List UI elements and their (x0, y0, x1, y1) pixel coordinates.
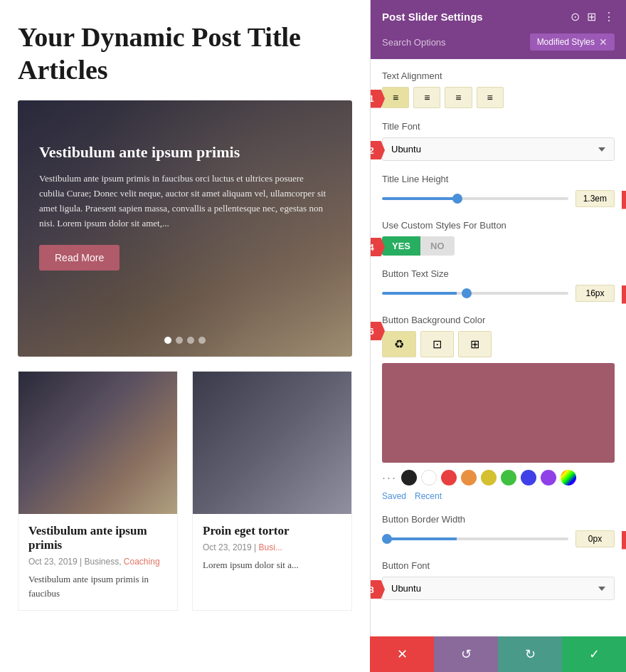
color-palette: ··· (382, 470, 615, 485)
settings-panel: Post Slider Settings ⊙ ⊞ ⋮ Search Option… (370, 0, 626, 672)
page-title: Your Dynamic Post Title Articles (18, 21, 352, 86)
badge-5: 5 (622, 285, 626, 304)
color-type-options: ♻ ⊡ ⊞ (382, 331, 615, 357)
panel-header-icons: ⊙ ⊞ ⋮ (571, 10, 615, 23)
title-font-label: Title Font (382, 121, 615, 132)
text-alignment-label: Text Alignment (382, 70, 615, 81)
color-swatch[interactable] (382, 363, 615, 463)
palette-white[interactable] (421, 470, 437, 485)
card-2-title: Proin eget tortor (203, 524, 341, 538)
modified-styles-badge: Modified Styles ✕ (530, 33, 615, 51)
read-more-button[interactable]: Read More (39, 245, 120, 271)
card-2-body: Proin eget tortor Oct 23, 2019 | Busi...… (193, 514, 351, 582)
button-border-width-value: 0px (575, 530, 615, 547)
slide-title: Vestibulum ante ipsum primis (39, 143, 331, 162)
toggle-no-button[interactable]: NO (420, 236, 455, 256)
button-text-size-slider-row: 16px (382, 285, 615, 302)
button-border-width-slider[interactable] (382, 537, 568, 540)
button-text-size-value: 16px (575, 285, 615, 302)
palette-green[interactable] (501, 470, 516, 485)
title-font-group: 2 Title Font Ubuntu Arial Georgia Helvet… (382, 121, 615, 161)
card-1-image (18, 372, 177, 514)
toggle-yes-button[interactable]: YES (382, 236, 420, 256)
alignment-options: ≡ ≡ ≡ ≡ (382, 87, 615, 108)
left-content: Your Dynamic Post Title Articles Vestibu… (0, 0, 370, 672)
button-text-size-group: 5 Button Text Size 16px (382, 268, 615, 302)
palette-purple[interactable] (541, 470, 556, 485)
card-1-text: Vestibulum ante ipsum primis in faucibus (28, 572, 167, 600)
columns-icon[interactable]: ⊞ (587, 10, 596, 23)
card-2-image (193, 372, 351, 514)
align-justify-button[interactable]: ≡ (477, 87, 504, 108)
card-2-meta: Oct 23, 2019 | Busi... (203, 542, 341, 552)
solid-color-button[interactable]: ♻ (382, 331, 416, 357)
clear-modified-styles-button[interactable]: ✕ (599, 36, 608, 48)
saved-tab[interactable]: Saved (382, 491, 406, 501)
custom-styles-toggle: YES NO (382, 236, 615, 256)
panel-title: Post Slider Settings (382, 11, 483, 23)
cards-row: Vestibulum ante ipsum primis Oct 23, 201… (0, 371, 370, 611)
recent-tab[interactable]: Recent (415, 491, 442, 501)
slider-content: Vestibulum ante ipsum primis Vestibulum … (18, 100, 352, 285)
custom-styles-group: 4 Use Custom Styles For Button YES NO (382, 220, 615, 256)
image-color-button[interactable]: ⊞ (458, 331, 492, 357)
title-font-select[interactable]: Ubuntu Arial Georgia Helvetica Roboto (382, 137, 615, 161)
main-slider: Vestibulum ante ipsum primis Vestibulum … (18, 100, 352, 357)
button-text-size-slider[interactable] (382, 292, 568, 295)
badge-7: 7 (622, 531, 626, 550)
panel-body: 1 Text Alignment ≡ ≡ ≡ ≡ 2 Title Font Ub… (371, 59, 626, 661)
align-right-button[interactable]: ≡ (445, 87, 472, 108)
slider-dots (164, 337, 206, 344)
close-button[interactable]: ✕ (370, 636, 434, 672)
settings-icon[interactable]: ⊙ (571, 10, 580, 23)
card-1-tag[interactable]: Coaching (124, 557, 160, 567)
badge-3: 3 (622, 191, 626, 209)
button-font-label: Button Font (382, 560, 615, 571)
palette-yellow[interactable] (481, 470, 497, 485)
modified-styles-label: Modified Styles (537, 37, 595, 47)
dot-1[interactable] (164, 337, 171, 344)
palette-custom[interactable] (561, 470, 576, 485)
button-border-width-group: 7 Button Border Width 0px (382, 514, 615, 547)
title-line-height-label: Title Line Height (382, 174, 615, 184)
dot-2[interactable] (176, 337, 183, 344)
palette-red[interactable] (441, 470, 457, 485)
align-center-button[interactable]: ≡ (413, 87, 440, 108)
title-line-height-group: 3 Title Line Height 1.3em (382, 174, 615, 207)
palette-orange[interactable] (461, 470, 477, 485)
card-2: Proin eget tortor Oct 23, 2019 | Busi...… (192, 371, 352, 611)
button-bg-color-label: Button Background Color (382, 315, 615, 325)
undo-button[interactable]: ↺ (434, 636, 498, 672)
button-text-size-label: Button Text Size (382, 268, 615, 279)
panel-footer: ✕ ↺ ↻ ✓ (370, 636, 626, 672)
dot-3[interactable] (187, 337, 194, 344)
card-1-body: Vestibulum ante ipsum primis Oct 23, 201… (18, 514, 177, 610)
title-line-height-value: 1.3em (575, 190, 615, 207)
palette-blue[interactable] (521, 470, 536, 485)
button-border-width-slider-row: 0px (382, 530, 615, 547)
text-alignment-group: 1 Text Alignment ≡ ≡ ≡ ≡ (382, 70, 615, 108)
slide-body: Vestibulum ante ipsum primis in faucibus… (39, 172, 331, 231)
redo-button[interactable]: ↻ (498, 636, 562, 672)
dot-4[interactable] (198, 337, 206, 344)
align-left-button[interactable]: ≡ (382, 87, 409, 108)
card-1-meta: Oct 23, 2019 | Business, Coaching (28, 557, 167, 567)
panel-header: Post Slider Settings ⊙ ⊞ ⋮ (371, 0, 626, 33)
title-line-height-slider-row: 1.3em (382, 190, 615, 207)
title-line-height-slider[interactable] (382, 197, 568, 200)
card-1-title: Vestibulum ante ipsum primis (28, 524, 167, 552)
save-button[interactable]: ✓ (562, 636, 626, 672)
card-2-tag[interactable]: Busi... (259, 542, 282, 552)
button-font-select[interactable]: Ubuntu Arial Georgia Helvetica (382, 577, 615, 600)
more-options-icon[interactable]: ⋮ (603, 10, 615, 23)
button-bg-color-group: 6 Button Background Color ♻ ⊡ ⊞ ··· (382, 315, 615, 501)
panel-search-bar: Search Options Modified Styles ✕ (371, 33, 626, 59)
gradient-color-button[interactable]: ⊡ (420, 331, 454, 357)
button-border-width-label: Button Border Width (382, 514, 615, 525)
palette-black[interactable] (401, 470, 417, 485)
card-1: Vestibulum ante ipsum primis Oct 23, 201… (18, 371, 178, 611)
search-options-label: Search Options (382, 37, 446, 48)
saved-recent: Saved Recent (382, 491, 615, 501)
page-title-area: Your Dynamic Post Title Articles (0, 0, 370, 100)
palette-more[interactable]: ··· (382, 471, 397, 485)
